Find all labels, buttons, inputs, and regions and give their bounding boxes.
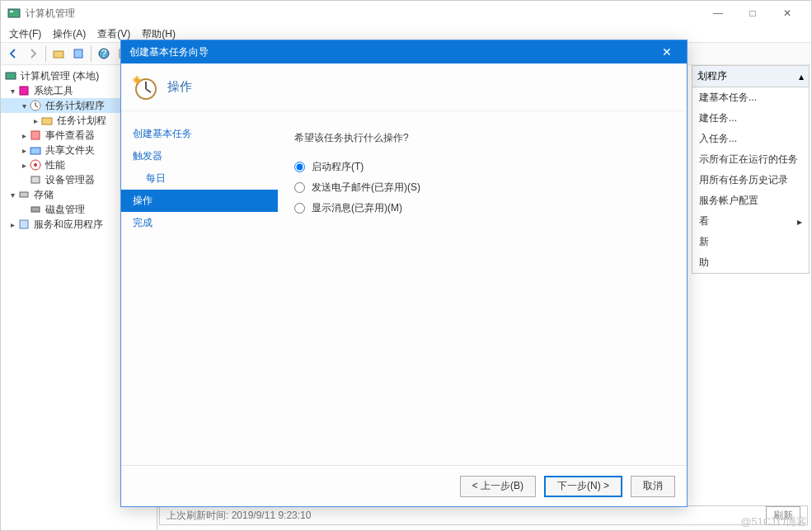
tree-label: 磁盘管理	[45, 203, 85, 217]
wizard-steps: 创建基本任务 触发器 每日 操作 完成	[121, 111, 278, 465]
wizard-prompt: 希望该任务执行什么操作?	[294, 131, 670, 145]
svg-rect-15	[31, 176, 40, 183]
action-import-task[interactable]: 入任务...	[692, 129, 809, 149]
action-create-task[interactable]: 建任务...	[692, 108, 809, 129]
tree-label: 存储	[34, 188, 54, 202]
tree-label: 服务和应用程序	[34, 218, 103, 232]
action-help[interactable]: 助	[692, 252, 809, 273]
dialog-body: 创建基本任务 触发器 每日 操作 完成 希望该任务执行什么操作? 启动程序(T)…	[121, 111, 687, 465]
caret-down-icon: ▾	[7, 190, 17, 200]
step-create-basic[interactable]: 创建基本任务	[121, 123, 278, 145]
caret-right-icon: ▸	[7, 220, 17, 229]
status-strip: 上次刷新时间: 2019/9/11 9:23:10 刷新	[159, 505, 808, 525]
performance-icon	[29, 158, 42, 172]
radio-label: 显示消息(已弃用)(M)	[312, 201, 402, 215]
titlebar: 计算机管理 — □ ✕	[1, 1, 811, 26]
svg-rect-18	[20, 220, 28, 228]
action-view[interactable]: 看▸	[692, 211, 809, 232]
services-icon	[17, 218, 31, 231]
dialog-close-button[interactable]: ✕	[655, 45, 678, 59]
menu-action[interactable]: 操作(A)	[49, 26, 89, 43]
shared-icon	[29, 143, 42, 157]
caret-right-icon: ▸	[19, 131, 29, 140]
svg-rect-11	[31, 131, 40, 139]
svg-rect-3	[74, 49, 82, 58]
svg-rect-16	[20, 192, 28, 197]
maximize-button[interactable]: □	[735, 3, 770, 23]
step-action[interactable]: 操作	[121, 190, 278, 212]
radio-label: 发送电子邮件(已弃用)(S)	[312, 181, 420, 195]
chevron-right-icon: ▸	[797, 216, 802, 228]
collapse-icon[interactable]: ▴	[799, 71, 804, 82]
dialog-header-text: 操作	[167, 79, 192, 95]
help-icon[interactable]: ?	[95, 45, 113, 63]
minimize-button[interactable]: —	[701, 3, 735, 23]
radio-start-program[interactable]: 启动程序(T)	[294, 160, 670, 174]
tree-label: 系统工具	[34, 84, 73, 98]
svg-rect-10	[42, 118, 52, 125]
clock-icon	[29, 99, 42, 112]
close-button[interactable]: ✕	[770, 3, 805, 23]
caret-down-icon: ▾	[7, 87, 17, 96]
svg-rect-8	[20, 87, 28, 95]
radio-input[interactable]	[294, 203, 305, 214]
actions-header-label: 划程序	[697, 69, 727, 83]
action-create-basic[interactable]: 建基本任务...	[692, 87, 809, 108]
computer-icon	[4, 69, 17, 82]
caret-right-icon: ▸	[19, 161, 29, 170]
action-service-account[interactable]: 服务帐户配置	[692, 190, 809, 211]
radio-send-email[interactable]: 发送电子邮件(已弃用)(S)	[294, 181, 670, 195]
radio-label: 启动程序(T)	[312, 160, 364, 174]
actions-header: 划程序 ▴	[692, 66, 809, 87]
dialog-header: 操作	[121, 63, 687, 111]
disk-icon	[29, 203, 42, 216]
tree-label: 任务计划程序	[45, 99, 105, 113]
window-title: 计算机管理	[26, 7, 701, 21]
radio-input[interactable]	[294, 162, 305, 172]
back-button[interactable]	[4, 45, 22, 63]
svg-rect-0	[8, 9, 20, 17]
device-icon	[29, 173, 42, 186]
radio-input[interactable]	[294, 182, 305, 193]
window-controls: — □ ✕	[701, 3, 805, 23]
step-daily[interactable]: 每日	[121, 167, 278, 190]
action-label: 看	[699, 214, 709, 228]
wizard-dialog: 创建基本任务向导 ✕ 操作 创建基本任务 触发器 每日 操作 完成 希望该任务执…	[120, 40, 688, 507]
back-button[interactable]: < 上一步(B)	[460, 476, 536, 497]
svg-point-14	[34, 163, 37, 167]
svg-rect-17	[31, 207, 40, 212]
toolbar-separator	[91, 45, 92, 62]
caret-down-icon: ▾	[19, 101, 29, 110]
forward-button[interactable]	[24, 45, 42, 63]
toolbar-separator	[45, 45, 46, 62]
svg-rect-1	[10, 11, 13, 12]
step-trigger[interactable]: 触发器	[121, 145, 278, 167]
folder-icon[interactable]	[49, 45, 68, 63]
wizard-icon	[131, 74, 157, 101]
next-button[interactable]: 下一步(N) >	[544, 476, 622, 497]
tree-label: 任务计划程	[57, 114, 106, 128]
radio-display-message[interactable]: 显示消息(已弃用)(M)	[294, 201, 670, 215]
last-refresh-label: 上次刷新时间: 2019/9/11 9:23:10	[167, 509, 311, 523]
action-show-running[interactable]: 示所有正在运行的任务	[692, 149, 809, 170]
caret-right-icon: ▸	[31, 116, 40, 125]
tools-icon	[17, 84, 31, 97]
svg-rect-12	[31, 148, 40, 154]
tree-label: 性能	[45, 158, 65, 172]
dialog-title: 创建基本任务向导	[129, 45, 655, 59]
tree-label: 设备管理器	[45, 173, 95, 187]
svg-rect-2	[54, 51, 63, 58]
svg-text:?: ?	[101, 48, 107, 59]
step-finish[interactable]: 完成	[121, 212, 278, 234]
menu-file[interactable]: 文件(F)	[6, 26, 45, 43]
dialog-titlebar: 创建基本任务向导 ✕	[121, 40, 687, 63]
cancel-button[interactable]: 取消	[631, 476, 675, 497]
wizard-content: 希望该任务执行什么操作? 启动程序(T) 发送电子邮件(已弃用)(S) 显示消息…	[278, 111, 687, 465]
tree-label: 事件查看器	[45, 129, 95, 143]
tree-label: 计算机管理 (本地)	[21, 69, 99, 83]
properties-icon[interactable]	[69, 45, 87, 63]
dialog-footer: < 上一步(B) 下一步(N) > 取消	[121, 465, 687, 506]
action-refresh[interactable]: 新	[692, 232, 809, 252]
action-enable-history[interactable]: 用所有任务历史记录	[692, 170, 809, 190]
tree-label: 共享文件夹	[45, 143, 95, 157]
